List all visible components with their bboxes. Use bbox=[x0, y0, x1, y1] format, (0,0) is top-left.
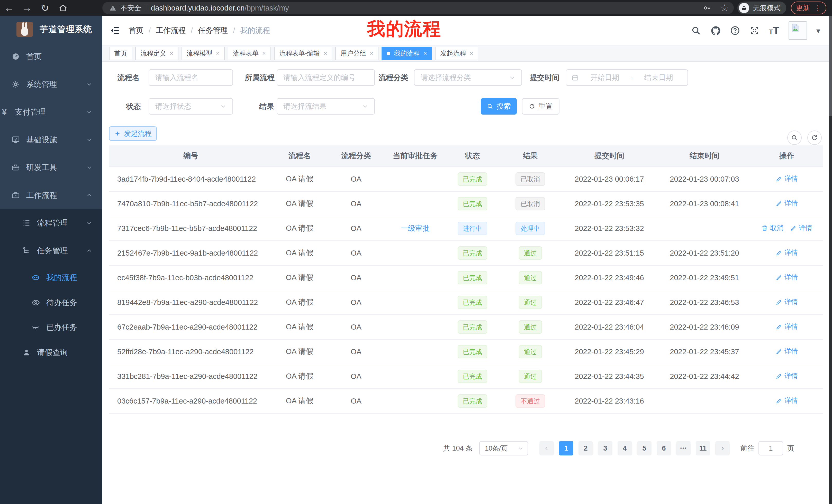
more-pages-button[interactable]: ••• bbox=[676, 441, 691, 455]
avatar-caret-icon[interactable] bbox=[816, 26, 820, 35]
current-task-link[interactable]: 一级审批 bbox=[401, 224, 430, 232]
detail-link[interactable]: 详情 bbox=[776, 298, 798, 306]
sidebar-item-system[interactable]: 系统管理 bbox=[0, 71, 102, 98]
sidebar-item-my-process[interactable]: 我的流程 bbox=[0, 264, 102, 290]
tab-process-model[interactable]: 流程模型 bbox=[182, 47, 225, 60]
detail-link[interactable]: 详情 bbox=[776, 174, 798, 183]
address-bar[interactable]: 不安全 dashboard.yudao.iocoder.cn /bpm/task… bbox=[102, 2, 734, 14]
key-icon[interactable] bbox=[703, 4, 711, 12]
pagination-total: 共 104 条 bbox=[443, 444, 473, 453]
tab-start-process[interactable]: 发起流程 bbox=[435, 47, 478, 60]
detail-link[interactable]: 详情 bbox=[776, 322, 798, 331]
prev-page-button[interactable] bbox=[539, 441, 554, 455]
close-icon[interactable] bbox=[423, 50, 427, 57]
goto-page-input[interactable] bbox=[758, 441, 783, 455]
result-select[interactable]: 请选择流结果 bbox=[277, 98, 375, 115]
end-date-placeholder[interactable]: 结束日期 bbox=[635, 73, 682, 82]
browser-update-button[interactable]: 更新 bbox=[791, 2, 826, 15]
detail-link[interactable]: 详情 bbox=[776, 396, 798, 405]
browser-home-icon[interactable] bbox=[54, 3, 72, 12]
browser-forward-icon[interactable] bbox=[18, 0, 36, 16]
detail-link[interactable]: 详情 bbox=[790, 223, 812, 232]
category-select[interactable]: 请选择流程分类 bbox=[414, 69, 522, 86]
table-row: ec45f38f-7b9a-11ec-b03b-acde48001122 OA … bbox=[109, 265, 823, 290]
page-button-1[interactable]: 1 bbox=[559, 441, 573, 455]
cell-category: OA bbox=[327, 372, 386, 381]
process-name-input[interactable] bbox=[149, 69, 233, 86]
cell-submit-time: 2022-01-22 23:44:35 bbox=[561, 372, 658, 381]
process-definition-input[interactable] bbox=[277, 69, 375, 86]
sidebar-item-process-management[interactable]: 流程管理 bbox=[0, 209, 102, 237]
app-logo[interactable]: 芋道管理系统 bbox=[0, 16, 102, 43]
cell-id: 03c6c157-7b9a-11ec-a290-acde48001122 bbox=[109, 397, 272, 405]
next-page-button[interactable] bbox=[715, 441, 730, 455]
cell-submit-time: 2022-01-22 23:49:46 bbox=[561, 274, 658, 282]
sidebar-item-leave-query[interactable]: 请假查询 bbox=[0, 340, 102, 365]
bookmark-star-icon[interactable]: ☆ bbox=[721, 3, 729, 13]
start-date-placeholder[interactable]: 开始日期 bbox=[581, 73, 628, 82]
tab-process-form[interactable]: 流程表单 bbox=[228, 47, 271, 60]
sidebar-item-task-management[interactable]: 任务管理 bbox=[0, 237, 102, 264]
sidebar-item-done-tasks[interactable]: 已办任务 bbox=[0, 315, 102, 340]
sidebar-item-dev-tools[interactable]: 研发工具 bbox=[0, 153, 102, 181]
sidebar-item-infrastructure[interactable]: 基础设施 bbox=[0, 126, 102, 153]
search-icon[interactable] bbox=[691, 25, 701, 36]
sidebar-item-workflow[interactable]: 工作流程 bbox=[0, 181, 102, 209]
detail-link[interactable]: 详情 bbox=[776, 199, 798, 208]
tab-process-definition[interactable]: 流程定义 bbox=[135, 47, 178, 60]
page-button-2[interactable]: 2 bbox=[578, 441, 593, 455]
scrollbar-thumb[interactable] bbox=[829, 16, 832, 116]
reset-button[interactable]: 重置 bbox=[522, 98, 560, 115]
date-range-picker[interactable]: 开始日期 - 结束日期 bbox=[566, 69, 688, 86]
refresh-table-button[interactable] bbox=[807, 131, 822, 145]
browser-reload-icon[interactable] bbox=[36, 0, 54, 16]
close-icon[interactable] bbox=[216, 50, 219, 57]
font-size-icon[interactable]: TT bbox=[769, 25, 779, 36]
breadcrumb-home[interactable]: 首页 bbox=[129, 25, 144, 36]
page-scrollbar[interactable] bbox=[829, 16, 832, 504]
fullscreen-icon[interactable] bbox=[750, 25, 760, 36]
breadcrumb-task-management[interactable]: 任务管理 bbox=[198, 25, 228, 36]
show-search-button[interactable] bbox=[787, 131, 802, 145]
breadcrumb-workflow[interactable]: 工作流程 bbox=[156, 25, 186, 36]
security-label[interactable]: 不安全 bbox=[120, 3, 141, 12]
sidebar-item-payment[interactable]: ¥ 支付管理 bbox=[0, 98, 102, 126]
detail-link[interactable]: 详情 bbox=[776, 371, 798, 381]
detail-link[interactable]: 详情 bbox=[776, 248, 798, 257]
page-button-6[interactable]: 6 bbox=[657, 441, 671, 455]
close-icon[interactable] bbox=[323, 50, 327, 57]
start-process-button[interactable]: 发起流程 bbox=[109, 127, 157, 141]
tab-user-group[interactable]: 用户分组 bbox=[335, 47, 379, 60]
close-icon[interactable] bbox=[469, 50, 473, 57]
page-button-5[interactable]: 5 bbox=[637, 441, 651, 455]
close-icon[interactable] bbox=[370, 50, 373, 57]
browser-back-icon[interactable] bbox=[0, 0, 18, 16]
close-icon[interactable] bbox=[170, 50, 173, 57]
cancel-link[interactable]: 取消 bbox=[761, 223, 783, 232]
detail-link[interactable]: 详情 bbox=[776, 273, 798, 282]
collapse-sidebar-icon[interactable] bbox=[109, 25, 120, 36]
page-button-4[interactable]: 4 bbox=[618, 441, 632, 455]
warning-icon bbox=[109, 4, 117, 12]
tab-process-form-edit[interactable]: 流程表单-编辑 bbox=[274, 47, 332, 60]
sidebar-item-label: 系统管理 bbox=[26, 79, 57, 90]
help-icon[interactable] bbox=[730, 25, 740, 36]
status-select[interactable]: 请选择状态 bbox=[149, 98, 233, 115]
browser-menu-icon[interactable] bbox=[814, 4, 822, 12]
close-icon[interactable] bbox=[262, 50, 266, 57]
plus-icon bbox=[114, 130, 121, 137]
divider bbox=[146, 4, 146, 11]
tab-my-process[interactable]: 我的流程 bbox=[382, 47, 432, 60]
github-icon[interactable] bbox=[710, 25, 721, 36]
sidebar-item-home[interactable]: 首页 bbox=[0, 43, 102, 71]
detail-link[interactable]: 详情 bbox=[776, 347, 798, 356]
cell-end-time: 2022-01-22 23:46:53 bbox=[658, 298, 751, 307]
tab-home[interactable]: 首页 bbox=[109, 47, 132, 60]
sidebar-item-todo-tasks[interactable]: 待办任务 bbox=[0, 290, 102, 315]
search-button[interactable]: 搜索 bbox=[481, 98, 517, 115]
page-size-select[interactable]: 10条/页 bbox=[479, 441, 528, 455]
chevron-down-icon bbox=[509, 75, 515, 81]
page-button-3[interactable]: 3 bbox=[598, 441, 613, 455]
avatar[interactable] bbox=[788, 21, 807, 40]
page-button-11[interactable]: 11 bbox=[696, 441, 710, 455]
